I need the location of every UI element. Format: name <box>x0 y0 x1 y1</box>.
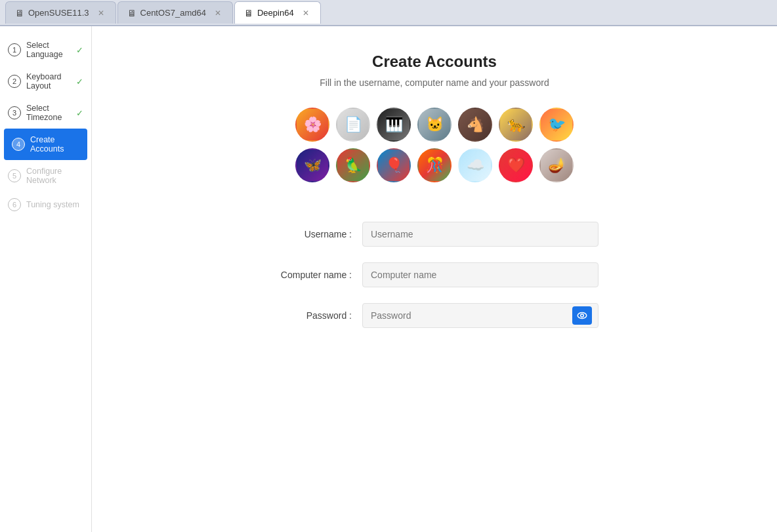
sidebar-label-6: Tuning system <box>26 200 83 209</box>
step-number-1: 1 <box>8 43 21 56</box>
username-label: Username : <box>270 229 362 239</box>
password-input-wrapper <box>362 303 598 328</box>
tab-os-icon: 🖥 <box>15 8 24 18</box>
tab-opensuse-label: OpenSUSE11.3 <box>28 8 89 18</box>
sidebar-label-3: Select Timezone <box>26 104 71 122</box>
avatar-grid: 🌸 📄 🎹 🐱 🐴 🐆 🐦 🦋 🦜 🎈 🎊 ☁️ ❤️ 🪔 <box>295 108 574 182</box>
avatar-butterfly[interactable]: 🦋 <box>295 148 329 182</box>
tab-centos[interactable]: 🖥 CentOS7_amd64 ✕ <box>117 1 233 24</box>
sidebar-item-configure-network: 5 Configure Network <box>0 160 91 192</box>
sidebar-item-create-accounts[interactable]: 4 Create Accounts <box>4 129 87 160</box>
avatar-heart[interactable]: ❤️ <box>499 148 533 182</box>
tab-bar: 🖥 OpenSUSE11.3 ✕ 🖥 CentOS7_amd64 ✕ 🖥 Dee… <box>0 0 777 26</box>
sidebar-label-5: Configure Network <box>26 167 83 185</box>
page-subtitle: Fill in the username, computer name and … <box>320 77 549 88</box>
tab-deepin-label: Deepin64 <box>257 8 294 18</box>
page-title: Create Accounts <box>372 52 497 71</box>
avatar-clouds[interactable]: ☁️ <box>458 148 492 182</box>
step-number-2: 2 <box>8 75 21 88</box>
svg-point-1 <box>581 314 584 317</box>
avatar-lamp[interactable]: 🪔 <box>539 148 574 182</box>
avatar-leopard[interactable]: 🐆 <box>499 108 533 142</box>
sidebar-item-tuning-system: 6 Tuning system <box>0 192 91 218</box>
tab-centos-label: CentOS7_amd64 <box>140 8 206 18</box>
avatar-bird[interactable]: 🐦 <box>539 108 574 142</box>
sidebar-label-1: Select Language <box>26 41 71 59</box>
sidebar-item-keyboard-layout[interactable]: 2 Keyboard Layout ✓ <box>0 66 91 97</box>
avatar-piano[interactable]: 🎹 <box>377 108 411 142</box>
password-row: Password : <box>270 303 598 328</box>
check-icon-1: ✓ <box>76 45 83 55</box>
content-area: Create Accounts Fill in the username, co… <box>92 26 777 532</box>
avatar-cat[interactable]: 🐱 <box>417 108 452 142</box>
avatar-feather[interactable]: 📄 <box>336 108 370 142</box>
sidebar-item-select-timezone[interactable]: 3 Select Timezone ✓ <box>0 97 91 129</box>
avatar-horse[interactable]: 🐴 <box>458 108 492 142</box>
avatar-balloon-blue[interactable]: 🎈 <box>377 148 411 182</box>
main-layout: 1 Select Language ✓ 2 Keyboard Layout ✓ … <box>0 26 777 532</box>
sidebar-label-4: Create Accounts <box>30 135 79 153</box>
username-input[interactable] <box>362 222 598 247</box>
step-number-4: 4 <box>12 138 25 151</box>
step-number-5: 5 <box>8 169 21 182</box>
tab-centos-icon: 🖥 <box>127 8 136 18</box>
avatar-flowers[interactable]: 🌸 <box>295 108 329 142</box>
tab-deepin-close[interactable]: ✕ <box>301 8 311 18</box>
avatar-balloon-multi[interactable]: 🎊 <box>417 148 452 182</box>
tab-opensuse[interactable]: 🖥 OpenSUSE11.3 ✕ <box>5 1 116 24</box>
avatar-parrot[interactable]: 🦜 <box>336 148 370 182</box>
tab-centos-close[interactable]: ✕ <box>213 8 223 18</box>
computername-row: Computer name : <box>270 262 598 287</box>
step-number-3: 3 <box>8 106 21 119</box>
check-icon-3: ✓ <box>76 108 83 118</box>
password-label: Password : <box>270 310 362 321</box>
username-row: Username : <box>270 222 598 247</box>
sidebar-label-2: Keyboard Layout <box>26 72 71 91</box>
svg-point-0 <box>578 313 587 319</box>
password-input[interactable] <box>362 303 598 328</box>
sidebar-item-select-language[interactable]: 1 Select Language ✓ <box>0 34 91 66</box>
check-icon-2: ✓ <box>76 77 83 87</box>
form-section: Username : Computer name : Password : <box>270 222 598 344</box>
computername-label: Computer name : <box>270 270 362 280</box>
tab-deepin-icon: 🖥 <box>244 8 253 18</box>
step-number-6: 6 <box>8 198 21 211</box>
password-toggle-button[interactable] <box>572 306 592 325</box>
tab-deepin[interactable]: 🖥 Deepin64 ✕ <box>234 1 321 24</box>
sidebar: 1 Select Language ✓ 2 Keyboard Layout ✓ … <box>0 26 92 532</box>
tab-opensuse-close[interactable]: ✕ <box>96 8 106 18</box>
computername-input[interactable] <box>362 262 598 287</box>
